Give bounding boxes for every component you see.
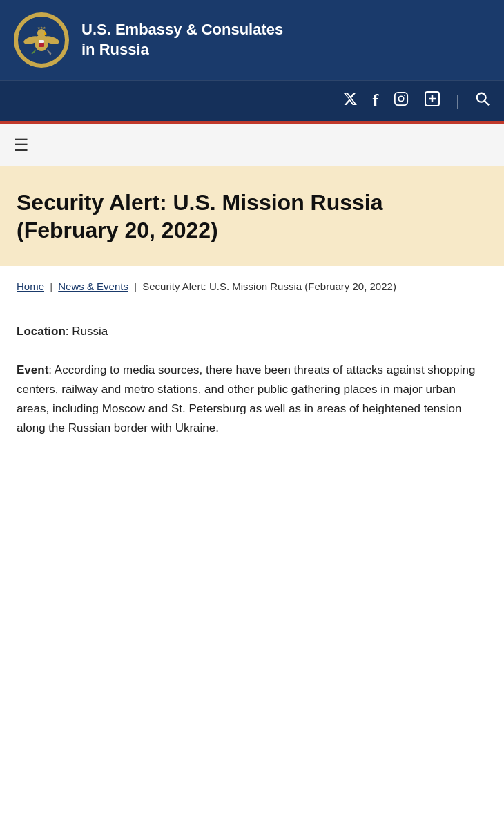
eagle-icon: ★★★	[23, 22, 59, 58]
svg-point-14	[404, 95, 405, 96]
location-text: Location: Russia	[17, 322, 487, 341]
nav-bar: ☰	[0, 124, 504, 166]
breadcrumb-current: Security Alert: U.S. Mission Russia (Feb…	[142, 280, 396, 292]
svg-point-18	[477, 93, 486, 102]
breadcrumb-sep-2: |	[134, 280, 139, 292]
hamburger-menu[interactable]: ☰	[14, 135, 29, 154]
social-bar: f |	[0, 80, 504, 121]
breadcrumb: Home | News & Events | Security Alert: U…	[17, 278, 487, 295]
svg-text:★★★: ★★★	[37, 26, 46, 30]
breadcrumb-news[interactable]: News & Events	[58, 280, 128, 292]
event-label: Event	[17, 363, 48, 377]
svg-line-19	[485, 101, 489, 105]
svg-point-13	[399, 96, 404, 101]
org-title: U.S. Embassy & Consulates in Russia	[81, 20, 283, 59]
facebook-icon[interactable]: f	[373, 90, 379, 111]
event-text: Event: According to media sources, there…	[17, 361, 487, 438]
plus-icon[interactable]	[424, 90, 440, 111]
event-section: Event: According to media sources, there…	[17, 361, 487, 438]
embassy-seal: ★★★	[14, 12, 69, 68]
location-label: Location	[17, 325, 66, 338]
search-icon[interactable]	[475, 91, 490, 111]
page-title: Security Alert: U.S. Mission Russia (Feb…	[17, 189, 487, 244]
breadcrumb-sep-1: |	[50, 280, 55, 292]
site-header: ★★★ U.S. Embassy & Consulates in Russia …	[0, 0, 504, 124]
svg-rect-6	[39, 40, 44, 43]
hero-section: Security Alert: U.S. Mission Russia (Feb…	[0, 166, 504, 266]
event-body: : According to media sources, there have…	[17, 363, 475, 435]
location-value: : Russia	[66, 325, 108, 338]
twitter-icon[interactable]	[342, 91, 358, 111]
svg-rect-12	[395, 93, 407, 105]
article-content: Location: Russia Event: According to med…	[0, 301, 504, 485]
divider: |	[456, 92, 460, 110]
breadcrumb-home[interactable]: Home	[17, 280, 44, 292]
breadcrumb-section: Home | News & Events | Security Alert: U…	[0, 266, 504, 301]
svg-marker-2	[44, 32, 47, 35]
location-section: Location: Russia	[17, 322, 487, 341]
instagram-icon[interactable]	[394, 91, 409, 111]
